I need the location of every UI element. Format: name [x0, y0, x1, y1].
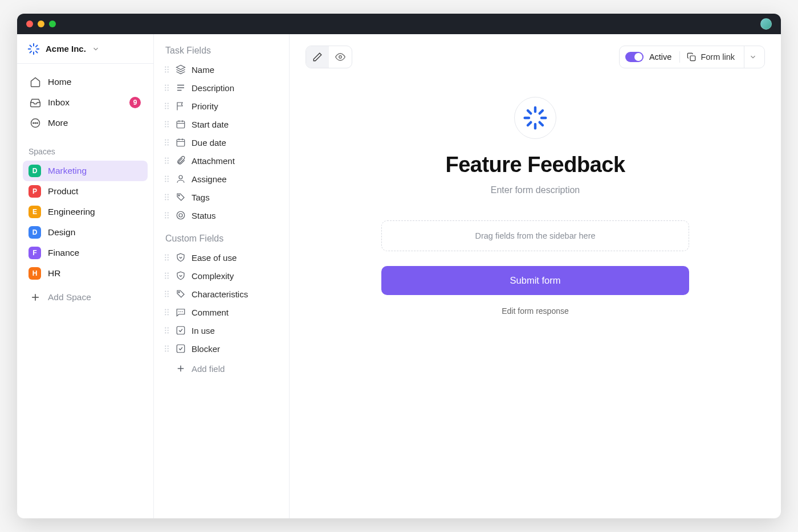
field-label: Name [192, 65, 214, 75]
nav-label: Home [48, 77, 71, 87]
svg-point-87 [168, 257, 169, 258]
field-row[interactable]: Comment [158, 303, 284, 321]
target-icon [176, 210, 186, 220]
field-label: Priority [192, 101, 218, 111]
preview-mode-button[interactable] [329, 46, 352, 68]
svg-point-88 [165, 259, 166, 260]
grip-icon[interactable] [164, 253, 170, 261]
space-label: Engineering [48, 207, 95, 217]
field-row[interactable]: Description [158, 79, 284, 97]
chevron-down-icon [749, 53, 757, 61]
add-field-button[interactable]: Add field [158, 359, 284, 378]
field-row[interactable]: Name [158, 60, 284, 79]
edit-response-link[interactable]: Edit form response [381, 306, 689, 316]
field-row[interactable]: Ease of use [158, 248, 284, 267]
svg-point-17 [168, 69, 169, 70]
grip-icon[interactable] [164, 290, 170, 298]
grip-icon[interactable] [164, 175, 170, 183]
add-space-button[interactable]: Add Space [23, 287, 148, 308]
workspace-switcher[interactable]: Acme Inc. [17, 34, 153, 64]
field-row[interactable]: Characteristics [158, 285, 284, 303]
space-item[interactable]: HHR [23, 263, 148, 284]
space-item[interactable]: DDesign [23, 222, 148, 243]
field-row[interactable]: Due date [158, 133, 284, 152]
grip-icon[interactable] [164, 193, 170, 201]
field-row[interactable]: Status [158, 206, 284, 224]
nav-home[interactable]: Home [23, 72, 148, 92]
grip-icon[interactable] [164, 138, 170, 146]
mode-toggle [306, 46, 352, 68]
submit-button[interactable]: Submit form [381, 266, 689, 295]
grip-icon[interactable] [164, 211, 170, 219]
svg-line-136 [528, 122, 531, 125]
field-label: Due date [192, 138, 226, 148]
field-row[interactable]: Blocker [158, 339, 284, 358]
close-window-icon[interactable] [26, 21, 33, 27]
tag-icon [176, 289, 186, 299]
svg-point-35 [168, 108, 169, 109]
svg-point-31 [168, 103, 169, 104]
space-item[interactable]: DMarketing [23, 161, 148, 181]
plus-icon [176, 363, 186, 374]
svg-point-84 [165, 255, 166, 256]
form-description-input[interactable]: Enter form description [381, 185, 689, 195]
svg-point-41 [168, 126, 169, 127]
primary-sidebar: Acme Inc. Home Inbox 9 More Spaces [17, 34, 154, 518]
user-avatar[interactable] [760, 18, 772, 30]
grip-icon[interactable] [164, 308, 170, 316]
field-row[interactable]: In use [158, 321, 284, 339]
nav-inbox[interactable]: Inbox 9 [23, 92, 148, 113]
form-link-button[interactable]: Form link [680, 46, 742, 68]
field-row[interactable]: Tags [158, 188, 284, 206]
workspace-logo-icon [27, 43, 40, 55]
field-row[interactable]: Assignee [158, 170, 284, 188]
inbox-icon [30, 97, 41, 108]
field-row[interactable]: Attachment [158, 152, 284, 170]
svg-point-92 [165, 275, 166, 276]
space-label: Marketing [48, 166, 87, 176]
form-title[interactable]: Feature Feedback [381, 153, 689, 177]
grip-icon[interactable] [164, 157, 170, 165]
grip-icon[interactable] [164, 102, 170, 110]
svg-point-123 [165, 350, 166, 351]
space-item[interactable]: EEngineering [23, 202, 148, 222]
toolbar-more-button[interactable] [744, 46, 761, 68]
grip-icon[interactable] [164, 345, 170, 353]
svg-point-73 [165, 199, 166, 200]
field-label: Status [192, 211, 216, 220]
shield-down-icon [176, 252, 186, 263]
svg-point-106 [168, 312, 169, 313]
active-toggle[interactable] [625, 52, 644, 62]
svg-point-50 [165, 144, 166, 145]
svg-point-19 [168, 71, 169, 72]
grip-icon[interactable] [164, 272, 170, 280]
grip-icon[interactable] [164, 326, 170, 334]
grip-icon[interactable] [164, 84, 170, 92]
chevron-down-icon [92, 45, 100, 53]
space-badge-icon: D [28, 226, 41, 239]
field-row[interactable]: Start date [158, 115, 284, 133]
minimize-window-icon[interactable] [38, 21, 44, 27]
field-row[interactable]: Complexity [158, 267, 284, 285]
svg-point-121 [165, 348, 166, 349]
space-item[interactable]: FFinance [23, 243, 148, 263]
field-drop-zone[interactable]: Drag fields from the sidebar here [381, 220, 689, 251]
svg-point-120 [168, 346, 169, 347]
grip-icon[interactable] [164, 120, 170, 128]
field-row[interactable]: Priority [158, 97, 284, 115]
svg-point-108 [168, 314, 169, 315]
form-logo[interactable] [514, 97, 556, 139]
space-item[interactable]: PProduct [23, 181, 148, 202]
field-label: Start date [192, 120, 229, 129]
svg-point-99 [168, 293, 169, 294]
field-label: Tags [192, 193, 210, 202]
svg-point-79 [168, 215, 169, 216]
grip-icon[interactable] [164, 66, 170, 73]
eye-icon [335, 52, 345, 62]
svg-point-26 [168, 89, 169, 91]
edit-mode-button[interactable] [306, 46, 329, 68]
maximize-window-icon[interactable] [49, 21, 56, 27]
svg-point-104 [168, 309, 169, 310]
nav-more[interactable]: More [23, 113, 148, 133]
svg-point-95 [168, 277, 169, 279]
